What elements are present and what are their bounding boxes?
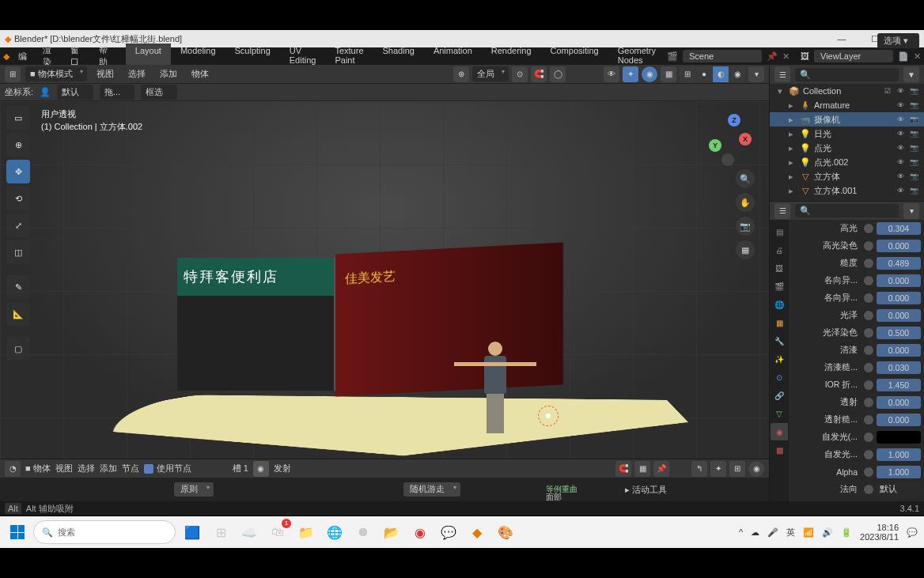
shading-wire-icon[interactable]: ⊞ [680,66,695,82]
ptab-scene-icon[interactable]: 🎬 [771,278,788,295]
snap-icon[interactable]: 🧲 [531,66,547,82]
tree-row[interactable]: ▸💡点光👁📷 [770,141,924,155]
tree-toggle-icon[interactable]: 👁 [897,87,908,95]
tree-toggle-icon[interactable]: 📷 [910,187,921,195]
viewlayer-new-icon[interactable]: 📄 [898,51,909,62]
outliner-search[interactable]: 🔍 [795,68,899,81]
material-icon[interactable]: ◉ [253,461,269,477]
ptab-modifier-icon[interactable]: 🔧 [771,332,788,349]
mode-selector[interactable]: ■ 物体模式 [25,66,87,81]
tray-battery-icon[interactable]: 🔋 [841,527,852,538]
property-value[interactable]: 0.500 [877,327,921,339]
start-button[interactable] [6,521,28,543]
tree-toggle-icon[interactable]: 📷 [910,144,921,152]
property-socket-icon[interactable] [864,467,873,477]
node-overlay-icon[interactable]: ▦ [634,461,650,477]
tree-caret-icon[interactable]: ▸ [789,172,797,182]
tray-onedrive-icon[interactable]: ☁ [751,527,759,538]
tree-toggle-icon[interactable]: 📷 [910,172,921,180]
property-socket-icon[interactable] [864,398,873,407]
property-value[interactable]: 1.000 [877,448,921,461]
property-color-swatch[interactable] [877,431,921,444]
property-value[interactable]: 0.000 [877,396,921,409]
node-snap-icon[interactable]: 🧲 [615,461,631,477]
persp-ortho-icon[interactable]: ▦ [736,240,755,259]
pivot-icon[interactable]: ⊙ [512,66,528,82]
node-drop-1[interactable]: 原则 [174,482,214,497]
tree-toggle-icon[interactable]: 👁 [897,130,908,138]
tree-caret-icon[interactable]: ▸ [789,129,797,139]
property-value[interactable]: 0.304 [877,222,921,235]
property-value[interactable]: 1.450 [877,379,921,391]
tree-caret-icon[interactable]: ▸ [789,186,797,196]
ptab-output-icon[interactable]: 🖨 [771,241,788,259]
node-parent-icon[interactable]: ↰ [691,461,707,477]
taskbar-edge-icon[interactable]: 🌐 [323,520,346,544]
property-socket-icon[interactable] [864,328,873,338]
xray-icon[interactable]: ▦ [661,66,676,82]
property-value[interactable]: 0.000 [877,414,921,426]
props-editor-icon[interactable]: ☰ [774,203,790,219]
property-socket-icon[interactable] [864,433,873,442]
gizmo-toggle-icon[interactable]: ✦ [623,66,638,82]
tree-toggle-icon[interactable]: 📷 [910,158,921,166]
viewlayer-selector[interactable]: ViewLayer [814,50,893,62]
property-socket-icon[interactable] [864,276,873,285]
shading-solid-icon[interactable]: ● [696,66,712,82]
tree-toggle-icon[interactable]: 👁 [897,115,908,123]
tree-toggle-icon[interactable]: 👁 [897,172,908,180]
tool-measure[interactable]: 📐 [6,302,30,326]
property-socket-icon[interactable] [864,311,873,320]
ptab-object-icon[interactable]: ▦ [771,314,788,331]
overlay-toggle-icon[interactable]: ◉ [642,66,657,82]
select-menu[interactable]: 选择 [123,66,150,81]
pin-icon[interactable]: 📌 [767,51,778,62]
shading-options-icon[interactable]: ▾ [748,66,764,82]
property-value[interactable]: 0.030 [877,361,921,374]
node-pin-icon[interactable]: 📌 [653,461,669,477]
tree-row[interactable]: ▸📹摄像机👁📷 [770,112,924,127]
property-value[interactable]: 0.000 [877,240,921,252]
axis-neg-icon[interactable] [721,153,734,166]
taskbar-store-icon[interactable]: 🛍1 [266,520,290,544]
tool-scale[interactable]: ⤢ [6,213,30,237]
axis-y-icon[interactable]: Y [709,139,721,152]
tree-row[interactable]: ▸💡日光👁📷 [770,127,924,141]
minimize-button[interactable]: — [831,34,853,44]
taskbar-explorer-icon[interactable]: 📁 [294,520,318,544]
taskbar-search[interactable]: 🔍 搜索 [33,520,176,544]
ptab-particles-icon[interactable]: ✨ [771,350,788,368]
tree-toggle-icon[interactable]: 👁 [897,187,908,195]
tray-wifi-icon[interactable]: 📶 [803,527,814,538]
pan-icon[interactable]: ✋ [736,193,755,212]
orientation-icon[interactable]: ⊕ [453,66,469,82]
property-value[interactable]: 0.000 [877,274,921,287]
tray-ime[interactable]: 英 [786,527,795,538]
tree-caret-icon[interactable]: ▸ [789,157,797,168]
node-node-menu[interactable]: 节点 [122,463,139,474]
ptab-data-icon[interactable]: ▽ [771,405,788,422]
property-value[interactable]: 0.000 [877,309,921,322]
outliner-editor-icon[interactable]: ☰ [774,66,790,82]
taskbar-wechat-icon[interactable]: 💬 [437,520,460,544]
tray-volume-icon[interactable]: 🔊 [822,527,833,538]
camera-view-icon[interactable]: 📷 [736,217,755,236]
node-object-selector[interactable]: ■ 物体 [25,463,51,474]
property-value[interactable]: 1.000 [877,466,921,478]
property-socket-icon[interactable] [864,293,873,303]
outliner-filter-icon[interactable]: ▼ [903,66,919,82]
taskbar-taskview-icon[interactable]: ⊞ [209,520,233,544]
node-add-menu[interactable]: 添加 [100,463,117,474]
taskbar-netease-icon[interactable]: ◉ [408,520,432,544]
ptab-constraints-icon[interactable]: 🔗 [771,387,788,404]
editor-type-icon[interactable]: ⊞ [5,66,21,82]
axis-z-icon[interactable]: Z [728,114,740,127]
property-socket-icon[interactable] [864,380,873,390]
tree-toggle-icon[interactable]: 👁 [897,144,908,152]
zoom-icon[interactable]: 🔍 [736,169,755,188]
property-socket-icon[interactable] [864,241,873,251]
tree-caret-icon[interactable]: ▸ [789,143,797,153]
tool-add-cube[interactable]: ▢ [6,337,30,361]
axis-x-icon[interactable]: X [739,133,752,145]
tree-toggle-icon[interactable]: ☑ [884,87,896,95]
